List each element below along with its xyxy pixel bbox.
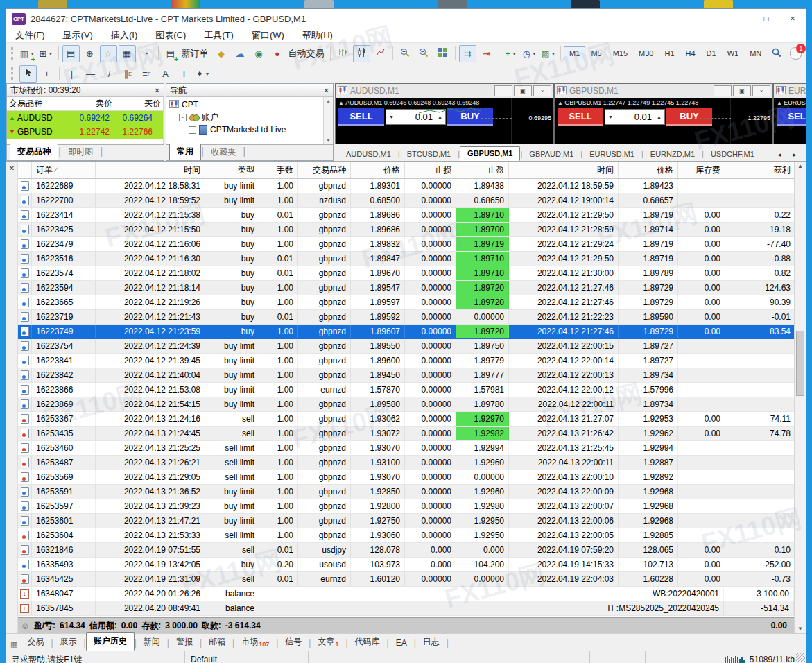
history-row-16253460[interactable]: 162534602022.04.13 21:25:25sell limit1.0…: [18, 441, 794, 456]
strategy-tester-toggle[interactable]: ◔: [137, 45, 155, 62]
history-row-16253597[interactable]: 162535972022.04.13 21:39:23buy limit1.00…: [18, 499, 794, 514]
terminal-toggle[interactable]: ▦: [119, 45, 136, 62]
menu-帮助(H)[interactable]: 帮助(H): [293, 29, 342, 42]
market-watch-scrollbar[interactable]: ▲▼: [163, 97, 164, 144]
market-watch-row-AUDUSD[interactable]: ▲AUDUSD0.692420.69264: [7, 111, 163, 125]
profiles-button[interactable]: ⊞▼: [37, 45, 55, 62]
chart-shift-toggle[interactable]: ⇥: [478, 45, 495, 62]
history-row-16223516[interactable]: 162235162022.04.12 21:16:30buy0.01gbpnzd…: [18, 252, 794, 266]
new-order-button-label[interactable]: 新订单: [181, 47, 208, 60]
terminal-tab-信号[interactable]: 信号: [278, 634, 309, 651]
history-row-16253601[interactable]: 162536012022.04.13 21:47:21buy limit1.00…: [18, 514, 794, 528]
lot-increase-icon[interactable]: ▲: [654, 114, 664, 119]
restore-button[interactable]: ▣: [514, 85, 532, 96]
header-订单[interactable]: 订单∕: [32, 162, 96, 178]
chart-canvas[interactable]: ▲ AUDUSD,M1 0.69246 0.69248 0.69243 0.69…: [336, 98, 553, 144]
autotrading-button-label[interactable]: 自动交易: [288, 47, 324, 60]
column-bid[interactable]: 卖价: [68, 98, 115, 110]
terminal-tab-新闻[interactable]: 新闻: [137, 634, 167, 651]
market-watch-tab-即时图[interactable]: 即时图: [61, 145, 100, 160]
history-row-16223479[interactable]: 162234792022.04.12 21:16:06buy1.00gbpnzd…: [18, 237, 794, 252]
chart-tab-GBPUSD,M1[interactable]: GBPUSD,M1: [460, 146, 520, 161]
terminal-tab-邮箱[interactable]: 邮箱: [202, 634, 232, 651]
navigator-item-CPTMarketsLtd-Live[interactable]: -CPTMarketsLtd-Live: [169, 123, 323, 136]
history-row-16223841[interactable]: 162238412022.04.12 21:39:45buy limit1.00…: [18, 354, 794, 368]
minimize-button[interactable]: –: [494, 85, 512, 96]
zoom-in-button[interactable]: [397, 45, 414, 62]
channel-tool[interactable]: ∥E: [119, 65, 137, 83]
timeframe-H4[interactable]: H4: [680, 46, 701, 60]
cursor-tool[interactable]: [19, 65, 37, 83]
status-profile[interactable]: Default: [185, 651, 309, 663]
history-row-16223414[interactable]: 162234142022.04.12 21:15:38buy0.01gbpnzd…: [18, 208, 794, 223]
market-watch-tab-交易品种[interactable]: 交易品种: [10, 144, 58, 160]
menu-工具(T)[interactable]: 工具(T): [195, 29, 243, 42]
zoom-out-button[interactable]: [415, 45, 433, 62]
chart-tab-EURNZD,M1[interactable]: EURNZD,M1: [643, 148, 702, 161]
close-button[interactable]: ×: [752, 85, 770, 96]
candle-chart-button[interactable]: [353, 45, 370, 62]
menu-窗口(W)[interactable]: 窗口(W): [243, 29, 293, 42]
header-时间[interactable]: 时间: [509, 162, 619, 178]
navigator-tab-收藏夹[interactable]: 收藏夹: [204, 145, 243, 160]
hline-tool[interactable]: —: [82, 65, 99, 83]
tab-scroll-arrows[interactable]: ◄ ►: [772, 152, 806, 161]
header-类型[interactable]: 类型: [205, 162, 259, 178]
timeframe-M1[interactable]: M1: [564, 46, 585, 60]
history-row-16253569[interactable]: 162535692022.04.13 21:29:05sell limit1.0…: [18, 470, 794, 485]
chart-tab-USDCHF,M1[interactable]: USDCHF,M1: [704, 148, 761, 161]
history-row-16345425[interactable]: 163454252022.04.19 21:31:09sell0.01eurnz…: [18, 572, 794, 587]
history-row-16335493[interactable]: 163354932022.04.19 13:42:05buy0.20usousd…: [18, 558, 794, 572]
history-row-16223866[interactable]: 162238662022.04.12 21:53:08buy limit1.00…: [18, 383, 794, 397]
header-交易品种[interactable]: 交易品种: [298, 162, 351, 178]
chart-tab-GBPAUD,M1[interactable]: GBPAUD,M1: [522, 148, 580, 161]
scroll-up-icon[interactable]: ▲: [795, 163, 806, 169]
label-tool[interactable]: T: [175, 65, 193, 83]
history-row-16348047[interactable]: ↓163480472022.04.20 01:26:26balanceWB:20…: [18, 587, 794, 601]
history-scrollbar[interactable]: ▲ ▼: [794, 162, 806, 633]
collapse-icon[interactable]: -: [179, 114, 187, 121]
history-row-16223594[interactable]: 162235942022.04.12 21:18:14buy1.00gbpnzd…: [18, 281, 794, 295]
timeframe-W1[interactable]: W1: [722, 46, 745, 60]
lot-decrease-icon[interactable]: ▼: [386, 114, 397, 119]
history-row-16223749[interactable]: 162237492022.04.12 21:23:59buy1.00gbpnzd…: [18, 325, 794, 339]
sell-button[interactable]: SELL: [777, 108, 806, 126]
column-symbol[interactable]: 交易品种: [7, 98, 68, 110]
header-获利[interactable]: 获利: [725, 162, 794, 178]
line-chart-button[interactable]: [372, 45, 389, 62]
market-watch-row-GBPUSD[interactable]: ▼GBPUSD1.227421.22766: [7, 125, 163, 139]
history-row-16223719[interactable]: 162237192022.04.12 21:21:43buy0.01gbpnzd…: [18, 310, 794, 325]
indicators-button[interactable]: +▼: [502, 45, 519, 62]
fibonacci-tool[interactable]: ≡F: [138, 65, 155, 83]
lot-decrease-icon[interactable]: ▼: [605, 114, 616, 119]
chart-window-titlebar[interactable]: AUDUSD,M1–▣×: [336, 84, 553, 98]
menu-文件(F)[interactable]: 文件(F): [6, 29, 54, 42]
history-row-16321846[interactable]: 163218462022.04.19 07:51:55sell0.01usdjp…: [18, 543, 794, 558]
navigator-scrollbar[interactable]: ▲▼: [323, 97, 333, 144]
chart-tab-EURUSD,M1[interactable]: EURUSD,M1: [582, 148, 641, 161]
buy-button[interactable]: BUY: [666, 108, 712, 126]
symbol-search-button[interactable]: [768, 45, 785, 62]
terminal-tab-EA[interactable]: EA: [389, 636, 414, 651]
market-watch-toggle[interactable]: ▤: [62, 45, 80, 62]
timeframe-M5[interactable]: M5: [585, 46, 607, 60]
notifications-icon[interactable]: 1: [790, 47, 802, 60]
chart-window-titlebar[interactable]: EURUSD,M1–▣×: [774, 84, 806, 98]
chart-tab-BTCUSD,M1[interactable]: BTCUSD,M1: [400, 148, 458, 161]
header-库存费[interactable]: 库存费: [678, 162, 725, 178]
scroll-thumb[interactable]: [796, 331, 804, 396]
terminal-tab-文章[interactable]: 文章1: [311, 634, 345, 651]
navigator-item-账户[interactable]: -账户: [169, 111, 323, 123]
terminal-tab-账户历史[interactable]: 账户历史: [86, 632, 135, 651]
timeframe-M30[interactable]: M30: [633, 46, 659, 60]
vline-tool[interactable]: |: [63, 65, 80, 83]
chart-tab-AUDUSD,M1[interactable]: AUDUSD,M1: [339, 148, 398, 161]
history-row-16223869[interactable]: 162238692022.04.12 21:54:15buy limit1.00…: [18, 397, 794, 412]
auto-scroll-toggle[interactable]: ⇉: [459, 45, 476, 62]
trendline-tool[interactable]: /: [101, 65, 118, 83]
close-icon[interactable]: ✕: [324, 87, 329, 94]
collapse-panel-icon[interactable]: ▲: [558, 100, 564, 106]
text-tool[interactable]: A: [157, 65, 174, 83]
header-价格[interactable]: 价格: [351, 162, 405, 178]
autotrading-button[interactable]: ●: [268, 45, 286, 62]
